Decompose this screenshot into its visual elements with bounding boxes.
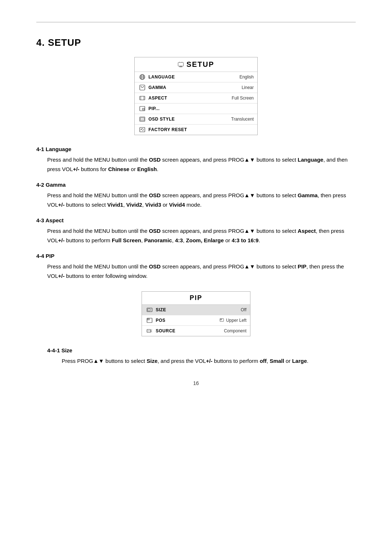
svg-rect-19 xyxy=(140,127,145,132)
setup-menu-title-text: SETUP xyxy=(187,60,215,69)
pip-row-source: SOURCE Component xyxy=(142,326,250,336)
menu-row-aspect: ASPECT Full Screen xyxy=(135,93,257,104)
section-4-4-1-body: Press PROG▲▼ buttons to select Size, and… xyxy=(36,356,356,366)
gamma-label: GAMMA xyxy=(148,85,242,90)
svg-line-30 xyxy=(151,331,152,332)
pip-menu-title: PIP xyxy=(142,292,250,305)
svg-rect-22 xyxy=(148,309,150,311)
svg-rect-11 xyxy=(140,96,145,100)
page-number: 16 xyxy=(36,380,356,386)
size-value: Off xyxy=(241,307,246,312)
setup-menu-title: SETUP xyxy=(135,57,257,72)
pos-icon xyxy=(146,317,154,324)
section-4-2: 4-2 Gamma Press and hold the MENU button… xyxy=(36,182,356,209)
menu-row-factory: FACTORY RESET xyxy=(135,125,257,135)
pos-label: POS xyxy=(156,318,220,323)
svg-rect-15 xyxy=(142,108,144,110)
pip-row-pos: POS Upper Left xyxy=(142,315,250,326)
pip-menu-box: PIP SIZE Off POS Upper Left xyxy=(142,291,250,336)
aspect-icon xyxy=(138,95,146,101)
section-4-3: 4-3 Aspect Press and hold the MENU butto… xyxy=(36,217,356,245)
page-title: 4. SETUP xyxy=(36,37,356,48)
source-value: Component xyxy=(224,328,246,333)
factory-label: FACTORY RESET xyxy=(148,127,254,132)
section-4-3-body: Press and hold the MENU button until the… xyxy=(36,226,356,245)
menu-row-gamma: GAMMA Linear xyxy=(135,82,257,93)
factory-icon xyxy=(138,126,146,133)
osd-value: Translucent xyxy=(231,117,254,122)
svg-line-29 xyxy=(151,330,152,331)
gamma-icon xyxy=(138,84,146,91)
language-icon xyxy=(138,74,146,80)
source-label: SOURCE xyxy=(156,328,224,333)
section-4-1: 4-1 Language Press and hold the MENU but… xyxy=(36,146,356,174)
section-4-1-body: Press and hold the MENU button until the… xyxy=(36,155,356,174)
section-4-4-heading: 4-4 PIP xyxy=(36,253,356,259)
osd-label: OSD STYLE xyxy=(148,117,231,122)
setup-tv-icon xyxy=(178,62,184,68)
section-4-3-heading: 4-3 Aspect xyxy=(36,217,356,223)
aspect-value: Full Screen xyxy=(232,96,254,101)
language-label: LANGUAGE xyxy=(148,74,240,80)
size-icon xyxy=(146,307,154,313)
section-4-2-body: Press and hold the MENU button until the… xyxy=(36,191,356,209)
section-4-4-1: 4-4-1 Size Press PROG▲▼ buttons to selec… xyxy=(36,347,356,366)
menu-row-language: LANGUAGE English xyxy=(135,72,257,82)
gamma-value: Linear xyxy=(242,85,254,90)
menu-row-osd: OSD STYLE Translucent xyxy=(135,114,257,125)
pip-icon xyxy=(138,105,146,112)
section-4-4-body: Press and hold the MENU button until the… xyxy=(36,262,356,280)
pip-row-size: SIZE Off xyxy=(142,305,250,315)
pos-center-icon xyxy=(220,318,224,323)
section-4-1-heading: 4-1 Language xyxy=(36,146,356,152)
top-divider xyxy=(36,22,356,23)
pip-label: PIP... xyxy=(148,106,254,111)
size-label: SIZE xyxy=(156,307,241,312)
svg-rect-0 xyxy=(178,62,183,66)
svg-rect-25 xyxy=(147,319,148,319)
svg-rect-27 xyxy=(220,319,222,320)
aspect-label: ASPECT xyxy=(148,96,232,101)
pos-value: Upper Left xyxy=(226,318,246,323)
osd-icon xyxy=(138,116,146,122)
section-4-2-heading: 4-2 Gamma xyxy=(36,182,356,188)
setup-menu-box: SETUP LANGUAGE English GAMMA Linear xyxy=(134,57,258,135)
section-4-4: 4-4 PIP Press and hold the MENU button u… xyxy=(36,253,356,280)
language-value: English xyxy=(240,74,254,80)
menu-row-pip: PIP... xyxy=(135,104,257,114)
section-4-4-1-heading: 4-4-1 Size xyxy=(36,347,356,353)
source-icon xyxy=(146,328,154,334)
